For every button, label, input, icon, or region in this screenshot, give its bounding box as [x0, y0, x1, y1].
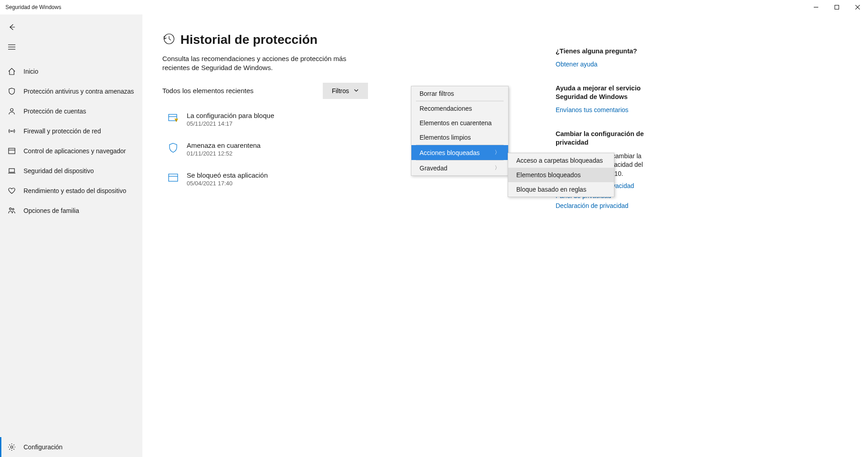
menu-severity[interactable]: Gravedad 〉 [411, 160, 508, 175]
back-button[interactable] [0, 17, 142, 37]
filters-button-label: Filtros [332, 87, 349, 94]
svg-rect-19 [169, 174, 178, 181]
maximize-button[interactable] [826, 0, 847, 14]
minimize-button[interactable] [806, 0, 826, 14]
heart-icon [7, 187, 16, 195]
shield-outline-icon [168, 141, 179, 155]
menu-blocked-actions[interactable]: Acciones bloqueadas 〉 [411, 145, 508, 160]
svg-point-13 [12, 208, 14, 210]
gear-icon [7, 443, 16, 451]
person-icon [7, 107, 16, 115]
submenu-blocked-items[interactable]: Elementos bloqueados [508, 168, 614, 182]
laptop-icon [7, 167, 16, 175]
svg-rect-1 [835, 5, 839, 9]
sidebar-item-label: Firewall y protección de red [24, 127, 101, 135]
main-content: Historial de protección Consulta las rec… [142, 14, 868, 457]
filters-button[interactable]: Filtros [323, 83, 368, 99]
sidebar-item-virus[interactable]: Protección antivirus y contra amenazas [0, 81, 142, 101]
home-icon [7, 67, 16, 75]
window-title: Seguridad de Windows [5, 4, 61, 10]
feedback-link[interactable]: Envíanos tus comentarios [556, 106, 673, 113]
sidebar-item-label: Protección antivirus y contra amenazas [24, 88, 134, 95]
page-subtitle: Consulta las recomendaciones y acciones … [162, 54, 375, 73]
blocked-actions-submenu: Acceso a carpetas bloqueadas Elementos b… [508, 153, 614, 197]
privacy-declaration-link[interactable]: Declaración de privacidad [556, 202, 673, 209]
window-controls [806, 0, 868, 14]
menu-recommendations[interactable]: Recomendaciones [411, 101, 508, 116]
page-title: Historial de protección [180, 33, 317, 47]
history-item-title: Se bloqueó esta aplicación [187, 171, 268, 179]
app-warning-icon [168, 112, 179, 125]
sidebar-item-label: Rendimiento y estado del dispositivo [24, 187, 126, 194]
right-sidebar: ¿Tienes alguna pregunta? Obtener ayuda A… [556, 33, 673, 457]
sidebar-item-firewall[interactable]: Firewall y protección de red [0, 121, 142, 141]
sidebar-item-label: Seguridad del dispositivo [24, 167, 94, 174]
svg-point-12 [9, 208, 11, 210]
svg-rect-9 [9, 148, 15, 154]
sidebar-item-label: Control de aplicaciones y navegador [24, 147, 126, 155]
history-clock-icon [162, 33, 175, 47]
sidebar-item-family[interactable]: Opciones de familia [0, 201, 142, 221]
svg-point-14 [11, 446, 13, 448]
chevron-right-icon: 〉 [495, 149, 500, 156]
sidebar-item-settings[interactable]: Configuración [0, 437, 142, 457]
app-block-icon [168, 171, 179, 185]
submenu-folder-access[interactable]: Acceso a carpetas bloqueadas [508, 153, 614, 168]
history-item-date: 05/04/2021 17:40 [187, 180, 268, 187]
back-arrow-icon [7, 23, 16, 31]
svg-rect-11 [9, 169, 14, 172]
history-item-title: La configuración para bloque [187, 112, 274, 119]
family-icon [7, 207, 16, 215]
privacy-heading: Cambiar la configuración de privacidad [556, 130, 673, 147]
svg-point-8 [11, 131, 12, 132]
history-item-date: 01/11/2021 12:52 [187, 150, 260, 157]
close-button[interactable] [847, 0, 868, 14]
history-item-date: 05/11/2021 14:17 [187, 120, 274, 127]
chevron-down-icon [354, 87, 359, 94]
sidebar-item-label: Protección de cuentas [24, 108, 86, 115]
menu-clean[interactable]: Elementos limpios [411, 130, 508, 145]
submenu-rule-based[interactable]: Bloque basado en reglas [508, 182, 614, 197]
history-item-title: Amenaza en cuarentena [187, 141, 260, 149]
menu-clear-filters[interactable]: Borrar filtros [411, 86, 508, 101]
sidebar: Inicio Protección antivirus y contra ame… [0, 14, 142, 457]
hamburger-icon [7, 43, 16, 51]
filters-dropdown: Borrar filtros Recomendaciones Elementos… [411, 86, 509, 176]
svg-point-7 [10, 108, 13, 111]
window-icon [7, 147, 16, 155]
sidebar-item-health[interactable]: Rendimiento y estado del dispositivo [0, 181, 142, 201]
menu-quarantined[interactable]: Elementos en cuarentena [411, 116, 508, 130]
shield-icon [7, 87, 16, 95]
antenna-icon [7, 127, 16, 135]
help-question-heading: ¿Tienes alguna pregunta? [556, 47, 673, 56]
improve-heading: Ayuda a mejorar el servicio Seguridad de… [556, 84, 673, 102]
filter-scope-label: Todos los elementos recientes [162, 87, 254, 94]
sidebar-item-label: Opciones de familia [24, 207, 79, 214]
sidebar-item-appcontrol[interactable]: Control de aplicaciones y navegador [0, 141, 142, 161]
sidebar-item-home[interactable]: Inicio [0, 61, 142, 81]
titlebar: Seguridad de Windows [0, 0, 868, 14]
sidebar-item-label: Inicio [24, 68, 38, 75]
settings-label: Configuración [24, 443, 62, 451]
chevron-right-icon: 〉 [495, 164, 500, 172]
sidebar-item-account[interactable]: Protección de cuentas [0, 101, 142, 121]
sidebar-item-device[interactable]: Seguridad del dispositivo [0, 161, 142, 181]
hamburger-button[interactable] [0, 37, 142, 57]
get-help-link[interactable]: Obtener ayuda [556, 61, 673, 68]
